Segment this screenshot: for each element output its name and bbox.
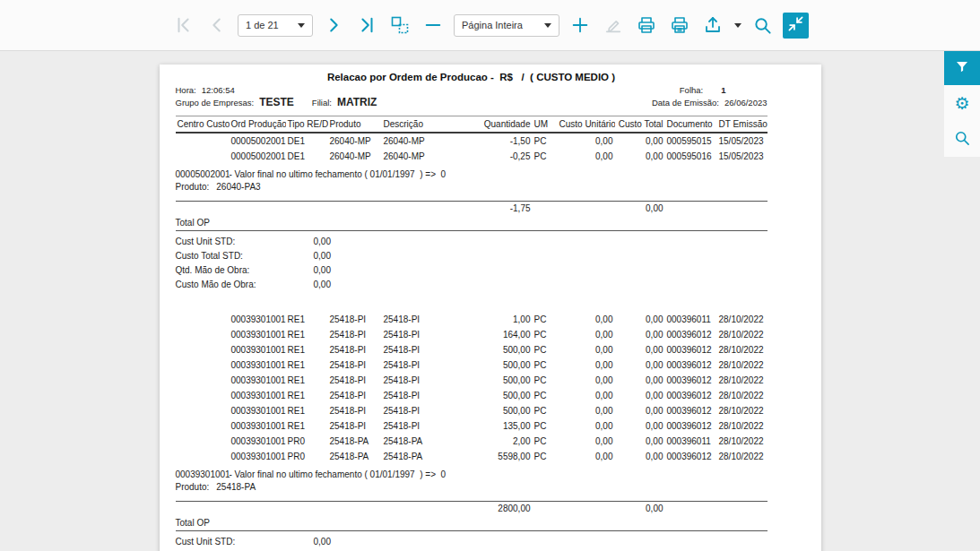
- report-column-header: Centro Custo Ord Produção Tipo RE/DE Pro…: [176, 116, 768, 133]
- right-sidebar: ⚙: [944, 51, 980, 551]
- last-page-button[interactable]: [354, 13, 379, 38]
- total-op-label: Total OP: [176, 518, 768, 528]
- last-page-icon: [357, 15, 377, 35]
- collapse-icon: [787, 15, 804, 35]
- produto-line: Produto: 25418-PA: [176, 482, 768, 492]
- print-batch-icon: [669, 14, 690, 36]
- table-row: 00039301001RE1 25418-PI25418-PI 500,00PC…: [176, 403, 768, 418]
- report-title: Relacao por Ordem de Producao - R$ / ( C…: [176, 72, 768, 82]
- previous-page-button[interactable]: [204, 13, 230, 38]
- table-row: 00005002001DE1 26040-MP26040-MP -0,25PC …: [176, 149, 768, 164]
- search-icon: [752, 15, 773, 36]
- table-row: 00039301001PR0 25418-PA25418-PA 5598,00P…: [176, 449, 768, 464]
- next-page-button[interactable]: [321, 13, 346, 38]
- export-icon: [702, 14, 724, 36]
- page-selector-value: 1 de 21: [246, 20, 279, 30]
- sidebar-search-button[interactable]: [944, 121, 980, 157]
- report-emission-date: Data de Emissão:26/06/2023: [652, 98, 768, 108]
- report-sheet-number: Folha:1: [680, 85, 726, 95]
- op-section-2: 00039301001RE1 25418-PI25418-PI 1,00PC 0…: [176, 312, 768, 549]
- toolbar: 1 de 21 Página Inteira: [0, 0, 980, 51]
- report-canvas[interactable]: Relacao por Ordem de Producao - R$ / ( C…: [0, 51, 980, 551]
- std-row: Cust Unit STD: 0,00: [176, 535, 768, 549]
- settings-button[interactable]: ⚙: [944, 85, 980, 121]
- table-row: 00005002001DE1 26040-MP26040-MP -1,50PC …: [176, 133, 768, 149]
- filter-button[interactable]: [944, 51, 980, 85]
- export-button[interactable]: [700, 13, 725, 38]
- table-row: 00039301001RE1 25418-PI25418-PI 164,00PC…: [176, 327, 768, 342]
- print-button[interactable]: [634, 13, 659, 38]
- table-row: 00039301001RE1 25418-PI25418-PI 500,00PC…: [176, 373, 768, 388]
- table-row: 00039301001PR0 25418-PA25418-PA 2,00PC 0…: [176, 434, 768, 449]
- table-row: 00039301001RE1 25418-PI25418-PI 1,00PC 0…: [176, 312, 768, 327]
- report-time: Hora:12:06:54: [176, 85, 235, 95]
- gear-icon: ⚙: [954, 95, 969, 112]
- std-block: Cust Unit STD: 0,00 Custo Total STD: 0,0…: [176, 235, 768, 292]
- section-totals: 2800,000,00: [176, 502, 768, 516]
- thumbnails-view-button[interactable]: [387, 13, 412, 38]
- zoom-in-button[interactable]: [568, 13, 593, 38]
- print-icon: [636, 14, 657, 36]
- search-icon: [953, 129, 971, 150]
- divider: [176, 230, 768, 231]
- next-page-icon: [324, 15, 343, 35]
- chevron-down-icon: [544, 23, 551, 28]
- produto-line: Produto: 26040-PA3: [176, 182, 768, 192]
- page-selector[interactable]: 1 de 21: [238, 14, 313, 37]
- std-row: Qtd. Mão de Obra: 0,00: [176, 263, 768, 278]
- closing-note: 00005002001 - Valor final no ultimo fech…: [176, 169, 768, 179]
- std-row: Custo Mão de Obra: 0,00: [176, 278, 768, 292]
- report-company-group: Grupo de Empresas:TESTE Filial:MATRIZ: [176, 96, 377, 108]
- report-page: Relacao por Ordem de Producao - R$ / ( C…: [160, 65, 821, 551]
- std-row: Cust Unit STD: 0,00: [176, 235, 768, 249]
- zoom-in-icon: [570, 15, 590, 35]
- zoom-selector[interactable]: Página Inteira: [454, 14, 559, 37]
- table-row: 00039301001RE1 25418-PI25418-PI 500,00PC…: [176, 388, 768, 403]
- chevron-down-icon: [298, 23, 305, 28]
- table-row: 00039301001RE1 25418-PI25418-PI 135,00PC…: [176, 418, 768, 434]
- first-page-icon: [174, 15, 194, 35]
- zoom-selector-value: Página Inteira: [462, 20, 523, 30]
- table-row: 00039301001RE1 25418-PI25418-PI 500,00PC…: [176, 357, 768, 373]
- closing-note: 00039301001 - Valor final no ultimo fech…: [176, 469, 768, 479]
- zoom-out-button[interactable]: [421, 13, 446, 38]
- std-block: Cust Unit STD: 0,00: [176, 535, 768, 549]
- export-caret-icon[interactable]: [734, 23, 742, 28]
- total-op-label: Total OP: [176, 218, 768, 228]
- divider: [176, 530, 768, 531]
- std-row: Custo Total STD: 0,00: [176, 249, 768, 263]
- filter-icon: [954, 59, 970, 78]
- table-row: 00039301001RE1 25418-PI25418-PI 500,00PC…: [176, 342, 768, 357]
- previous-page-icon: [207, 15, 227, 35]
- signature-edit-icon: [603, 15, 623, 35]
- op-section-1: 00005002001DE1 26040-MP26040-MP -1,50PC …: [176, 133, 768, 292]
- section-totals: -1,750,00: [176, 202, 768, 216]
- search-button[interactable]: [750, 13, 775, 38]
- collapse-toolbar-button[interactable]: [783, 13, 809, 39]
- signature-button[interactable]: [601, 13, 626, 38]
- thumbnails-icon: [389, 14, 411, 36]
- print-batch-button[interactable]: [667, 13, 692, 38]
- first-page-button[interactable]: [171, 13, 196, 38]
- zoom-out-icon: [423, 15, 443, 35]
